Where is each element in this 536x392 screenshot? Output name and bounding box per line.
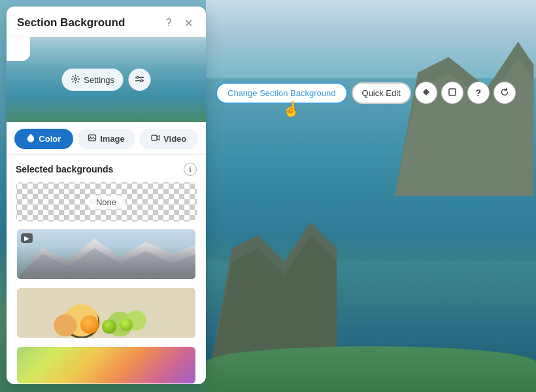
help-panel-icon[interactable]: ? xyxy=(161,16,176,30)
image-tab-icon xyxy=(88,133,97,144)
gradient-image xyxy=(17,347,195,384)
cliff-right xyxy=(392,26,536,196)
background-none-thumb[interactable]: None xyxy=(16,182,197,221)
tab-image-label: Image xyxy=(100,134,125,144)
none-label: None xyxy=(87,195,126,209)
selected-backgrounds-label: Selected backgrounds xyxy=(16,164,113,174)
svg-marker-17 xyxy=(17,248,195,280)
change-bg-button[interactable]: Change Section Background xyxy=(216,82,348,104)
orange-fruit xyxy=(80,316,99,334)
adjust-icon xyxy=(135,74,144,86)
panel-title: Section Background xyxy=(17,16,125,29)
video-tab-icon xyxy=(151,133,160,144)
tab-image[interactable]: Image xyxy=(77,129,136,149)
svg-rect-14 xyxy=(152,135,157,140)
adjust-icon-button[interactable] xyxy=(129,69,151,91)
lime-fruit xyxy=(102,319,116,334)
refresh-icon-button[interactable] xyxy=(494,82,516,104)
crop-icon xyxy=(448,88,457,99)
video-badge-icon: ▶ xyxy=(24,235,29,242)
section-background-panel: Section Background ? ✕ Settings xyxy=(7,7,206,384)
svg-point-5 xyxy=(74,78,76,80)
video-badge: ▶ xyxy=(21,233,33,243)
help-icon: ? xyxy=(475,88,481,98)
move-up-icon xyxy=(422,88,431,99)
preview-area: Settings xyxy=(7,37,206,122)
header-icons: ? ✕ xyxy=(161,16,195,30)
panel-content: Selected backgrounds ℹ None xyxy=(7,155,206,384)
quick-edit-button[interactable]: Quick Edit xyxy=(352,82,411,104)
grass xyxy=(206,346,536,392)
svg-rect-4 xyxy=(449,89,456,95)
settings-label: Settings xyxy=(84,75,114,85)
crop-icon-button[interactable] xyxy=(441,82,463,104)
help-icon-button[interactable]: ? xyxy=(467,82,490,104)
background-mountain-thumb[interactable]: ▶ xyxy=(16,228,197,280)
mountain-image xyxy=(17,229,195,279)
tab-video-label: Video xyxy=(163,134,186,144)
tab-bar: Color Image Video xyxy=(7,122,206,155)
tab-video[interactable]: Video xyxy=(139,129,198,149)
preview-corner-fold xyxy=(7,37,30,61)
panel-header: Section Background ? ✕ xyxy=(7,7,206,37)
fruits-image xyxy=(17,288,195,338)
background-gradient-thumb[interactable] xyxy=(16,346,197,384)
settings-pill-button[interactable]: Settings xyxy=(61,69,124,91)
selected-backgrounds-header: Selected backgrounds ℹ xyxy=(16,163,197,176)
color-tab-icon xyxy=(26,133,35,144)
tab-color-label: Color xyxy=(39,134,61,144)
lime2-fruit xyxy=(120,318,133,331)
tab-color[interactable]: Color xyxy=(14,129,73,149)
gear-icon xyxy=(71,74,80,86)
svg-rect-15 xyxy=(17,229,195,279)
background-fruits-thumb[interactable] xyxy=(16,287,197,339)
info-icon[interactable]: ℹ xyxy=(184,163,197,176)
toolbar: Change Section Background Quick Edit ? xyxy=(216,82,516,104)
refresh-icon xyxy=(500,88,509,99)
move-icon-button[interactable] xyxy=(415,82,437,104)
close-panel-icon[interactable]: ✕ xyxy=(181,16,195,30)
preview-controls: Settings xyxy=(61,69,151,91)
